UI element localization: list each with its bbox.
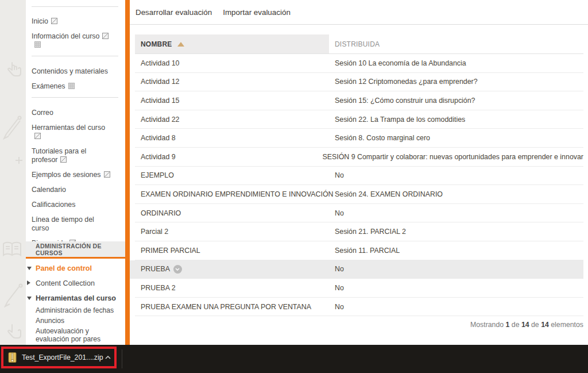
table-row: PRUEBA 2No	[135, 279, 583, 298]
table-row: Parcial 2Sesión 21. PARCIAL 2	[135, 222, 583, 241]
assessment-link[interactable]: EJEMPLO	[135, 171, 329, 179]
assessment-link[interactable]: Actividad 10	[135, 59, 329, 67]
distributed-value: Sesión 12 Criptomonedas ¿para emprender?	[329, 78, 478, 86]
assessment-link[interactable]: Actividad 8	[135, 134, 329, 142]
table-row: Actividad 10Sesión 10 La economía de la …	[135, 54, 583, 73]
distributed-value: SESIÓN 9 Compartir y colaborar: nuevas o…	[316, 153, 583, 161]
table-row: Actividad 15Sesión 15: ¿Cómo construir u…	[135, 91, 583, 110]
watermark-book-icon	[1, 240, 23, 259]
sidebar-item-herramientas-del-curso[interactable]: Herramientas del curso	[32, 124, 119, 141]
course-title: INNOVACIÓN	[32, 0, 83, 1]
download-item[interactable]: Test_ExportFile_201....zip	[3, 352, 114, 363]
chevron-down-icon	[27, 297, 32, 300]
distributed-value: No	[329, 284, 344, 292]
assessment-link[interactable]: Actividad 22	[135, 116, 329, 124]
assessment-link[interactable]: Parcial 2	[135, 228, 329, 236]
page-background-strip	[0, 0, 26, 345]
sidebar-item-contenidos-y-materiales[interactable]: Contenidos y materiales	[32, 67, 119, 76]
sidebar-item-informacion-del-curso[interactable]: Información del curso	[32, 32, 119, 49]
sidebar-item-administracion-de-fechas[interactable]: Administración de fechas	[36, 306, 122, 315]
main-content: Desarrollar evaluación Importar evaluaci…	[130, 0, 588, 345]
table-row-highlighted: PRUEBA No	[130, 260, 583, 279]
menu-accent-bar	[125, 0, 130, 345]
download-filename: Test_ExportFile_201....zip	[22, 353, 103, 362]
sidebar-item-tutoriales-para-el-profesor[interactable]: Tutoriales para el profesor	[32, 147, 119, 164]
hidden-edit-icon	[104, 171, 110, 178]
import-assessment-button[interactable]: Importar evaluación	[223, 8, 291, 17]
assessments-table: NOMBRE DISTRIBUIDA Actividad 10Sesión 10…	[135, 34, 583, 329]
hidden-edit-icon	[34, 133, 41, 139]
watermark-pencil-icon	[2, 283, 24, 308]
table-row: PRIMER PARCIALSesión 11. PARCIAL	[135, 241, 583, 260]
assessment-link[interactable]: Actividad 12	[135, 78, 329, 86]
annotation-highlight-box: Test_ExportFile_201....zip	[1, 347, 117, 368]
table-row: ORDINARIONo	[135, 204, 583, 223]
watermark-plus-icon	[15, 156, 23, 164]
assessment-link[interactable]: PRUEBA 2	[135, 284, 329, 292]
distributed-value: Sesión 21. PARCIAL 2	[329, 228, 406, 236]
menu-divider	[32, 6, 118, 7]
distributed-value: Sesión 22. La Trampa de los comoddities	[329, 116, 465, 124]
sidebar-item-calendario[interactable]: Calendario	[32, 186, 119, 194]
assessment-link[interactable]: PRUEBA	[135, 265, 329, 274]
distributed-value: Sesión 10 La economía de la Abundancia	[329, 59, 466, 67]
distributed-value: Sesión 24. EXAMEN ORDINARIO	[329, 190, 443, 198]
distributed-value: Sesión 11. PARCIAL	[329, 247, 400, 255]
download-chevron-up-icon[interactable]	[105, 356, 111, 359]
column-header-nombre[interactable]: NOMBRE	[135, 34, 329, 53]
assessment-link[interactable]: PRIMER PARCIAL	[135, 247, 329, 255]
sidebar-item-autoevaluacion[interactable]: Autoevaluación y evaluación por pares	[36, 327, 122, 343]
watermark-hand-pointer-icon	[6, 323, 23, 343]
table-row: EJEMPLONo	[135, 167, 583, 186]
distributed-value: No	[329, 303, 344, 311]
sidebar-item-content-collection[interactable]: Content Collection	[36, 279, 122, 288]
table-row: EXAMEN ORDINARIO EMPRENDIMIENTO E INNOVA…	[135, 185, 583, 204]
sidebar-item-panel-de-control[interactable]: Panel de control	[36, 264, 122, 273]
paging-status: Mostrando 1 de 14 de 14 elementos	[135, 321, 583, 329]
distributed-value: No	[329, 209, 344, 217]
course-menu-list: Inicio Información del curso Contenidos …	[32, 14, 119, 254]
course-management-list: Panel de control Content Collection Herr…	[36, 263, 122, 345]
browser-download-bar: Test_ExportFile_201....zip	[0, 345, 588, 373]
table-row: Actividad 9SESIÓN 9 Compartir y colabora…	[135, 148, 583, 167]
grid-square-icon	[68, 83, 75, 89]
sidebar-item-inicio[interactable]: Inicio	[32, 17, 119, 26]
hidden-edit-icon	[51, 18, 57, 24]
sidebar-item-anuncios[interactable]: Anuncios	[36, 317, 122, 325]
distributed-value: No	[329, 171, 344, 179]
table-row: Actividad 22Sesión 22. La Trampa de los …	[135, 110, 583, 129]
distributed-value: No	[329, 265, 344, 273]
watermark-hand-pointer-icon	[6, 61, 23, 80]
watermark-pencil-icon	[1, 115, 23, 140]
sidebar-item-calificaciones[interactable]: Calificaciones	[32, 201, 119, 209]
sidebar-item-examenes[interactable]: Exámenes	[32, 82, 119, 91]
chevron-right-icon	[27, 280, 30, 285]
column-header-distribuida[interactable]: DISTRIBUIDA	[329, 40, 380, 48]
row-menu-chevron-down-icon[interactable]	[173, 265, 182, 274]
assessment-link[interactable]: Actividad 15	[135, 97, 329, 105]
assessment-link[interactable]: ORDINARIO	[135, 209, 329, 217]
distributed-value: Sesión 15: ¿Cómo construir una disrupció…	[329, 97, 475, 105]
blackboard-app: INNOVACIÓN Inicio Información del curso …	[0, 0, 588, 373]
sidebar-item-correo[interactable]: Correo	[32, 109, 119, 117]
hidden-edit-icon	[102, 33, 109, 39]
sidebar-item-herramientas-del-curso-admin[interactable]: Herramientas del curso	[36, 294, 122, 303]
develop-assessment-button[interactable]: Desarrollar evaluación	[136, 8, 212, 17]
assessment-link[interactable]: EXAMEN ORDINARIO EMPRENDIMIENTO E INNOVA…	[135, 190, 329, 198]
table-row: PRUEBA EXAMEN UNA PREGUNTA POR VENTANANo	[135, 298, 583, 317]
table-header-row: NOMBRE DISTRIBUIDA	[135, 34, 583, 54]
zip-file-icon	[8, 352, 17, 363]
menu-divider	[32, 56, 118, 56]
menu-divider	[32, 97, 118, 98]
hidden-edit-icon	[60, 156, 67, 163]
assessment-action-bar: Desarrollar evaluación Importar evaluaci…	[130, 0, 588, 25]
table-row: Actividad 12Sesión 12 Criptomonedas ¿par…	[135, 73, 583, 92]
assessment-link[interactable]: PRUEBA EXAMEN UNA PREGUNTA POR VENTANA	[135, 303, 329, 311]
sidebar-item-linea-de-tiempo[interactable]: Línea de tiempo del curso	[32, 216, 119, 233]
sidebar-item-ejemplos-de-sesiones[interactable]: Ejemplos de sesiones	[32, 171, 119, 179]
chevron-down-icon	[27, 267, 32, 270]
grid-square-icon	[34, 41, 41, 48]
distributed-value: Sesión 8. Costo marginal cero	[329, 134, 430, 142]
course-management-header: ADMINISTRACIÓN DE CURSOS	[26, 241, 125, 259]
assessment-link[interactable]: Actividad 9	[135, 153, 316, 161]
